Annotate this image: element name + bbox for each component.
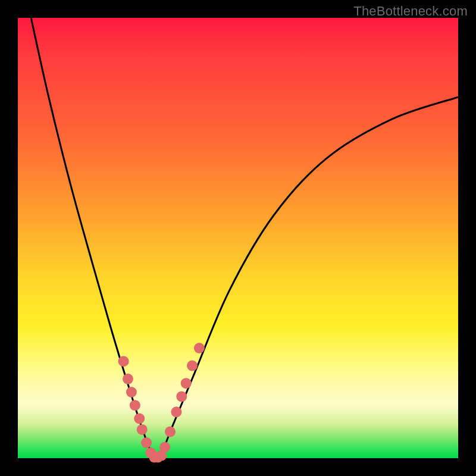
sample-dot [194,343,205,353]
sample-dot [126,387,137,397]
sample-dot [159,442,170,453]
sample-dots [118,343,205,463]
sample-dot [137,424,148,435]
curve-layer [18,18,458,458]
sample-dot [171,406,181,417]
sample-dot [134,413,145,424]
sample-dot [181,378,192,389]
sample-dot [187,361,198,371]
sample-dot [141,437,152,448]
sample-dot [123,374,133,384]
plot-area [18,18,458,458]
chart-frame: TheBottleneck.com [0,0,476,476]
sample-dot [176,391,187,402]
sample-dot [165,427,176,437]
bottleneck-curve [31,18,458,458]
watermark-text: TheBottleneck.com [353,4,468,19]
sample-dot [118,356,129,367]
sample-dot [130,400,140,411]
